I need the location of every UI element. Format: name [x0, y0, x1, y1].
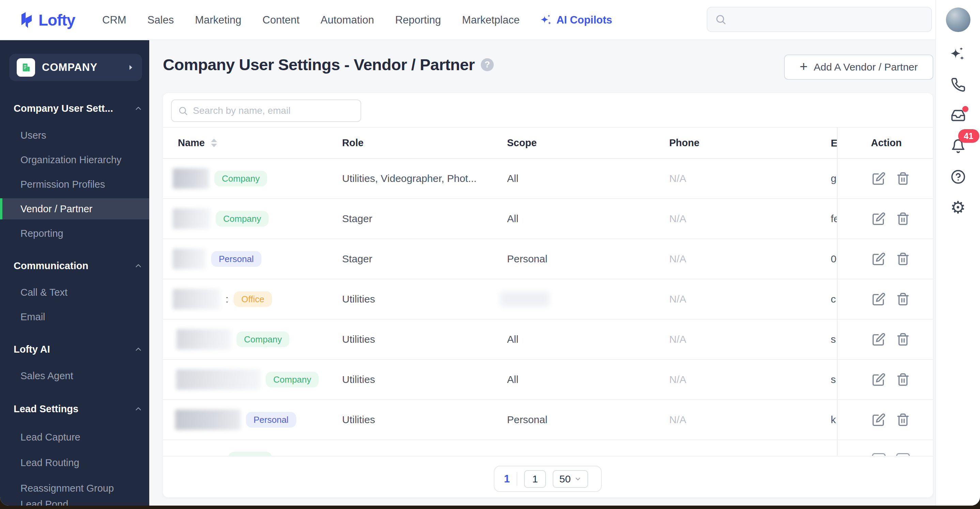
- add-vendor-partner-button[interactable]: + Add A Vendor / Partner: [784, 54, 933, 80]
- role-cell: Stager: [342, 213, 372, 224]
- role-cell: Utilities: [342, 414, 375, 426]
- chevron-up-icon[interactable]: [134, 345, 143, 354]
- page-size-select[interactable]: 50: [553, 470, 588, 488]
- phone-cell: N/A: [669, 173, 686, 185]
- nav-item-automation[interactable]: Automation: [321, 14, 374, 26]
- nav-item-crm[interactable]: CRM: [102, 14, 126, 26]
- inbox-icon[interactable]: [949, 107, 967, 124]
- help-icon[interactable]: [949, 168, 967, 186]
- table-row: :OfficeUtilitiesN/Ac: [163, 279, 933, 320]
- edit-icon[interactable]: [872, 373, 886, 387]
- delete-icon[interactable]: [896, 292, 910, 306]
- phone-icon[interactable]: [949, 76, 967, 94]
- sidebar-item-call-text[interactable]: Call & Text: [21, 285, 67, 300]
- active-indicator: [0, 198, 2, 220]
- phone-cell: N/A: [669, 374, 686, 385]
- phone-cell: N/A: [669, 414, 686, 426]
- nav-item-reporting[interactable]: Reporting: [395, 14, 441, 26]
- name-cell: Company: [176, 369, 318, 390]
- sidebar-section-lofty-ai[interactable]: Lofty AI: [14, 342, 50, 356]
- name-cell: Personal: [173, 249, 261, 269]
- scope-cell: Personal: [507, 253, 547, 265]
- global-search-input[interactable]: [731, 14, 924, 25]
- sparkles-icon[interactable]: [949, 45, 967, 63]
- delete-icon[interactable]: [896, 453, 910, 456]
- global-search[interactable]: [707, 7, 932, 32]
- page-button-1[interactable]: 1: [504, 473, 510, 485]
- sidebar-item-sales-agent[interactable]: Sales Agent: [21, 368, 73, 383]
- edit-icon[interactable]: [872, 332, 886, 346]
- delete-icon[interactable]: [896, 212, 910, 226]
- sidebar-item-lead-routing[interactable]: Lead Routing: [21, 455, 80, 470]
- nav-item-content[interactable]: Content: [262, 14, 299, 26]
- table-search[interactable]: [171, 100, 361, 122]
- sidebar-item-vendor-partner[interactable]: Vendor / Partner: [0, 198, 149, 220]
- delete-icon[interactable]: [896, 332, 910, 346]
- sidebar-item-organization-hierarchy[interactable]: Organization Hierarchy: [21, 152, 122, 167]
- phone-cell: N/A: [669, 293, 686, 305]
- page-size-value: 50: [560, 473, 571, 485]
- edit-icon[interactable]: [872, 212, 886, 226]
- sidebar-item-users[interactable]: Users: [21, 128, 46, 143]
- edit-icon[interactable]: [872, 172, 886, 185]
- delete-icon[interactable]: [896, 373, 910, 387]
- edit-icon[interactable]: [872, 252, 886, 266]
- table-search-input[interactable]: [192, 105, 355, 116]
- sidebar-section-communication[interactable]: Communication: [14, 259, 88, 272]
- scope-cell: Personal: [507, 414, 547, 426]
- sidebar-item-reporting[interactable]: Reporting: [21, 226, 64, 241]
- name-cell: :Office: [173, 289, 272, 309]
- sidebar-item-lead-capture[interactable]: Lead Capture: [21, 429, 80, 445]
- sort-control[interactable]: [211, 139, 217, 147]
- edit-icon[interactable]: [872, 413, 886, 426]
- help-icon[interactable]: ?: [481, 58, 494, 71]
- table-row-partial: [163, 440, 933, 456]
- phone-cell: N/A: [669, 253, 686, 265]
- delete-icon[interactable]: [896, 172, 910, 185]
- edit-icon[interactable]: [872, 453, 886, 456]
- chevron-up-icon[interactable]: [134, 104, 143, 113]
- primary-nav: CRMSalesMarketingContentAutomationReport…: [102, 0, 612, 40]
- scope-cell: All: [507, 173, 518, 185]
- redacted-name: [173, 208, 210, 229]
- role-cell: Utilities: [342, 334, 375, 345]
- search-icon: [715, 14, 727, 25]
- user-avatar[interactable]: [946, 8, 970, 32]
- lofty-logo[interactable]: Lofty: [19, 0, 75, 40]
- sidebar-item-label: Vendor / Partner: [21, 198, 92, 220]
- chevron-right-icon: [126, 64, 135, 72]
- sidebar-item-lead-pond[interactable]: Lead Pond: [21, 497, 68, 506]
- sidebar-item-permission-profiles[interactable]: Permission Profiles: [21, 177, 105, 192]
- sidebar-section-lead-settings[interactable]: Lead Settings: [14, 402, 78, 416]
- logo-text: Lofty: [38, 11, 75, 29]
- bell-icon[interactable]: 41: [949, 137, 967, 155]
- add-button-label: Add A Vendor / Partner: [814, 61, 918, 73]
- delete-icon[interactable]: [896, 413, 910, 426]
- sparkles-icon: [541, 14, 552, 26]
- ai-copilots-label: AI Copilots: [557, 14, 612, 26]
- page-number-input[interactable]: [524, 470, 546, 488]
- redacted-scope: [500, 292, 549, 307]
- sidebar-item-email[interactable]: Email: [21, 309, 45, 324]
- nav-item-marketing[interactable]: Marketing: [195, 14, 241, 26]
- page-title-text: Company User Settings - Vendor / Partner: [163, 55, 475, 74]
- sidebar-item-reassignment-group[interactable]: Reassignment Group: [21, 481, 114, 496]
- scope-cell: All: [507, 374, 518, 385]
- table-row: CompanyUtilitiesAllN/As: [163, 360, 933, 400]
- nav-item-sales[interactable]: Sales: [148, 14, 174, 26]
- chevron-up-icon[interactable]: [134, 261, 143, 270]
- status-badge: [228, 452, 272, 456]
- delete-icon[interactable]: [896, 252, 910, 266]
- gear-icon[interactable]: ⚙: [949, 199, 967, 216]
- nav-item-ai-copilots[interactable]: AI Copilots: [541, 14, 612, 26]
- workspace-label: COMPANY: [42, 61, 119, 73]
- phone-cell: N/A: [669, 334, 686, 345]
- edit-icon[interactable]: [872, 292, 886, 306]
- email-cell-clipped: s: [831, 374, 837, 385]
- sidebar-section-company-user-sett[interactable]: Company User Sett...: [14, 102, 113, 115]
- chevron-down-icon: [574, 475, 582, 483]
- nav-item-marketplace[interactable]: Marketplace: [462, 14, 520, 26]
- main-content: Company User Settings - Vendor / Partner…: [149, 40, 935, 506]
- workspace-switcher[interactable]: COMPANY: [9, 54, 142, 81]
- chevron-up-icon[interactable]: [134, 404, 143, 413]
